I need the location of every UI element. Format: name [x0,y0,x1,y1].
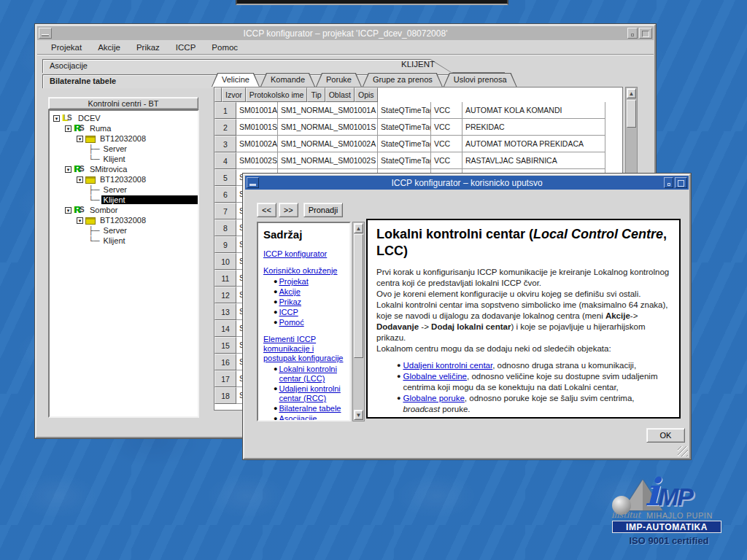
back-button[interactable]: << [257,203,276,217]
tree-item-label: Server [101,226,129,235]
tree-expander-icon[interactable]: ▾ [77,217,83,224]
toc-link[interactable]: Bilateralne tabele [279,404,341,413]
table-row[interactable]: 4 SM01002S SM1_NORMAL_SM01002S StateQTim… [214,152,622,169]
forward-button[interactable]: >> [279,203,298,217]
table-header-cell[interactable]: Izvor [222,88,246,102]
row-number-cell[interactable]: 1 [214,102,236,119]
tree-item-smitrovica[interactable]: ▾SMitrovica [51,164,198,174]
row-number-cell[interactable]: 18 [214,387,236,404]
mihajlo-pupin-label: MIHAJLO PUPIN [646,511,713,520]
toc-scrollbar[interactable]: ▲ ▼ [352,222,365,421]
toc-link[interactable]: Udaljeni kontrolni centar (RCC) [279,384,347,403]
row-number-cell[interactable]: 13 [214,303,236,320]
table-header-cell[interactable] [214,88,222,102]
toc-link[interactable]: Asocijacije [279,414,317,421]
row-number-cell[interactable]: 14 [214,320,236,337]
row-number-cell[interactable]: 4 [214,152,236,169]
tree-expander-icon[interactable]: ▾ [65,125,71,132]
menu-item[interactable]: Akcije [90,42,128,53]
tree-item-dcev[interactable]: ▾DCEV [51,113,198,123]
tree-item-klijent[interactable]: └─Klijent [51,154,198,164]
table-row[interactable]: 3 SM01002A SM1_NORMAL_SM01002A StateQTim… [214,136,622,152]
bullet-icon: ● [274,277,277,287]
help-titlebar[interactable]: ICCP konfigurator – korisnicko uputsvo [245,176,689,190]
row-number-cell[interactable]: 2 [214,119,236,136]
notebook-tab-grupe-za-prenos[interactable]: Grupe za prenos [363,73,443,87]
table-header-cell[interactable]: Protokolsko ime [246,88,308,102]
scroll-up-icon[interactable]: ▲ [354,223,363,233]
table-header-cell[interactable]: Oblast [325,88,355,102]
background-window-fragment[interactable] [236,0,508,5]
toc-link[interactable]: Lokalni kontrolni centar (LCC) [279,365,347,384]
tree-item-server[interactable]: ├─Server [51,184,198,195]
tree-item-klijent[interactable]: └─Klijent [51,195,198,205]
tree-expander-icon[interactable]: ▾ [53,115,60,122]
row-number-cell[interactable]: 15 [214,337,236,354]
table-row[interactable]: 1 SM01001A SM1_NORMAL_SM01001A StateQTim… [214,102,622,119]
main-titlebar[interactable]: ICCP konfigurator – projekat 'ICCP_dcev_… [37,26,654,40]
table-row[interactable]: 2 SM01001S SM1_NORMAL_SM01001S StateQTim… [214,119,622,136]
toc-link[interactable]: Akcije [279,287,300,297]
help-link[interactable]: Udaljeni kontrolni centar [403,361,492,370]
tree-item-ruma[interactable]: ▾Ruma [51,123,198,133]
notebook-tab-uslovi-prenosa[interactable]: Uslovi prenosa [444,73,517,87]
menu-item[interactable]: Pomoc [204,42,246,53]
menu-item[interactable]: Prikaz [128,42,168,53]
text-segment: Prvi korak u konfigurisanju ICCP komunik… [376,268,669,287]
scroll-up-icon[interactable]: ▲ [627,88,636,98]
toc-link[interactable]: ICCP [279,308,298,317]
scroll-down-icon[interactable]: ▼ [354,410,363,420]
tree-expander-icon[interactable]: ▾ [77,176,83,183]
tree-expander-icon[interactable]: ▾ [65,166,71,173]
toc-link[interactable]: Elementi ICCP komunikacije i postupak ko… [263,335,347,363]
tree-item-bt12032008[interactable]: ▾BT12032008 [51,174,198,184]
toc-link[interactable]: Projekat [279,277,308,287]
tree-item-server[interactable]: ├─Server [51,225,198,236]
menu-item[interactable]: Projekat [43,42,90,53]
toc-link[interactable]: Prikaz [279,298,301,307]
minimize-button[interactable] [627,28,638,39]
table-header-cell[interactable]: Tip [307,88,325,102]
text-segment: Lokalni kontrolni centar ( [376,227,533,241]
notebook-tab-velicine[interactable]: Velicine [212,73,260,87]
tree-expander-icon[interactable]: ▾ [77,136,83,142]
tree-item-sombor[interactable]: ▾Sombor [51,205,198,215]
menu-item[interactable]: ICCP [168,42,204,53]
row-number-cell[interactable]: 16 [214,354,236,370]
find-button[interactable]: Pronadji [303,203,343,217]
scrollbar-thumb[interactable] [627,100,636,128]
tree-item-label: BT12032008 [98,175,148,184]
minimize-button[interactable] [664,177,673,188]
scrollbar-thumb[interactable] [354,234,363,358]
tree-item-label: Klijent [101,155,128,163]
toc-bullet-item: ●Asocijacije [274,414,347,421]
help-link[interactable]: Globalne poruke [403,394,464,402]
tree-item-server[interactable]: ├─Server [51,144,198,154]
ok-button[interactable]: OK [646,428,685,443]
resize-grip[interactable] [678,446,688,456]
toc-link[interactable]: Korisničko okruženje [263,266,347,276]
row-number-cell[interactable]: 11 [214,270,236,287]
row-number-cell[interactable]: 10 [214,253,236,270]
oblast-cell: VCC [431,119,462,136]
help-link[interactable]: Globalne veličine [403,372,467,381]
row-number-cell[interactable]: 12 [214,287,236,303]
row-number-cell[interactable]: 5 [214,169,236,186]
row-number-cell[interactable]: 17 [214,370,236,387]
maximize-button[interactable] [639,28,652,39]
row-number-cell[interactable]: 3 [214,136,236,152]
table-header-cell[interactable]: Opis [355,88,378,102]
row-number-cell[interactable]: 7 [214,203,236,219]
tree-expander-icon[interactable]: ▾ [65,207,71,214]
toc-link[interactable]: Pomoć [279,318,303,327]
tree-item-klijent[interactable]: └─Klijent [51,236,198,246]
row-number-cell[interactable]: 6 [214,186,236,203]
row-number-cell[interactable]: 8 [214,219,236,236]
maximize-button[interactable] [675,177,687,188]
notebook-tab-komande[interactable]: Komande [260,73,315,87]
toc-link[interactable]: ICCP konfigurator [263,249,347,259]
tree-item-bt12032008[interactable]: ▾BT12032008 [51,133,198,144]
notebook-tab-poruke[interactable]: Poruke [316,73,362,87]
row-number-cell[interactable]: 9 [214,236,236,253]
tree-item-bt12032008[interactable]: ▾BT12032008 [51,215,198,225]
